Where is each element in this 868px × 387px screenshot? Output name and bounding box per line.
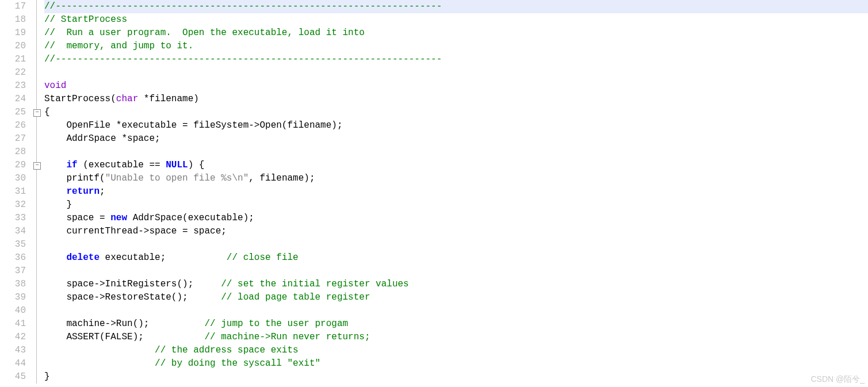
code-line[interactable]: ASSERT(FALSE); // machine->Run never ret…	[44, 331, 868, 344]
fold-column: − −	[32, 0, 42, 387]
line-number: 29	[0, 159, 26, 172]
code-line[interactable]: // by doing the syscall "exit"	[44, 357, 868, 370]
code-area[interactable]: //--------------------------------------…	[42, 0, 868, 387]
code-line[interactable]: // the address space exits	[44, 344, 868, 357]
code-line[interactable]: currentThread->space = space;	[44, 225, 868, 238]
line-number: 31	[0, 185, 26, 198]
code-line[interactable]: //--------------------------------------…	[44, 53, 868, 66]
code-line[interactable]	[44, 66, 868, 79]
line-number: 22	[0, 66, 26, 79]
code-line[interactable]: space->InitRegisters(); // set the initi…	[44, 278, 868, 291]
line-number: 42	[0, 331, 26, 344]
line-number: 34	[0, 225, 26, 238]
code-line[interactable]: }	[44, 198, 868, 212]
code-line[interactable]: space = new AddrSpace(executable);	[44, 212, 868, 225]
line-number: 38	[0, 278, 26, 291]
line-number: 17	[0, 0, 26, 13]
watermark: CSDN @陌兮_	[810, 373, 865, 386]
code-line[interactable]: if (executable == NULL) {	[44, 159, 868, 172]
line-number: 23	[0, 79, 26, 93]
line-number: 43	[0, 344, 26, 357]
code-line[interactable]: StartProcess(char *filename)	[44, 93, 868, 106]
code-line[interactable]: // StartProcess	[44, 13, 868, 26]
code-line[interactable]: // memory, and jump to it.	[44, 40, 868, 53]
code-line[interactable]: space->RestoreState(); // load page tabl…	[44, 291, 868, 304]
code-line[interactable]	[44, 145, 868, 159]
code-line[interactable]: // Run a user program. Open the executab…	[44, 26, 868, 40]
line-number: 44	[0, 357, 26, 370]
code-line[interactable]: return;	[44, 185, 868, 198]
code-line[interactable]	[44, 304, 868, 317]
code-line[interactable]	[44, 238, 868, 251]
code-line[interactable]: printf("Unable to open file %s\n", filen…	[44, 172, 868, 185]
code-line[interactable]: machine->Run(); // jump to the user prog…	[44, 317, 868, 331]
line-number: 24	[0, 93, 26, 106]
line-number: 32	[0, 198, 26, 212]
line-number: 30	[0, 172, 26, 185]
line-number: 33	[0, 212, 26, 225]
line-gutter: 1718192021222324252627282930313233343536…	[0, 0, 32, 387]
line-number: 28	[0, 145, 26, 159]
line-number: 25	[0, 106, 26, 119]
line-number: 18	[0, 13, 26, 26]
line-number: 41	[0, 317, 26, 331]
code-line[interactable]: delete executable; // close file	[44, 251, 868, 265]
code-line[interactable]: //--------------------------------------…	[44, 0, 868, 13]
code-line[interactable]: {	[44, 106, 868, 119]
line-number: 36	[0, 251, 26, 265]
code-line[interactable]: AddrSpace *space;	[44, 132, 868, 145]
line-number: 35	[0, 238, 26, 251]
line-number: 45	[0, 370, 26, 384]
fold-toggle-icon[interactable]: −	[33, 162, 41, 170]
line-number: 40	[0, 304, 26, 317]
line-number: 27	[0, 132, 26, 145]
line-number: 19	[0, 26, 26, 40]
fold-toggle-icon[interactable]: −	[33, 109, 41, 117]
code-line[interactable]	[44, 265, 868, 278]
line-number: 21	[0, 53, 26, 66]
code-line[interactable]: void	[44, 79, 868, 93]
line-number: 26	[0, 119, 26, 132]
line-number: 37	[0, 265, 26, 278]
line-number: 20	[0, 40, 26, 53]
code-line[interactable]: OpenFile *executable = fileSystem->Open(…	[44, 119, 868, 132]
line-number: 39	[0, 291, 26, 304]
code-line[interactable]: }	[44, 370, 868, 384]
code-editor[interactable]: 1718192021222324252627282930313233343536…	[0, 0, 868, 387]
